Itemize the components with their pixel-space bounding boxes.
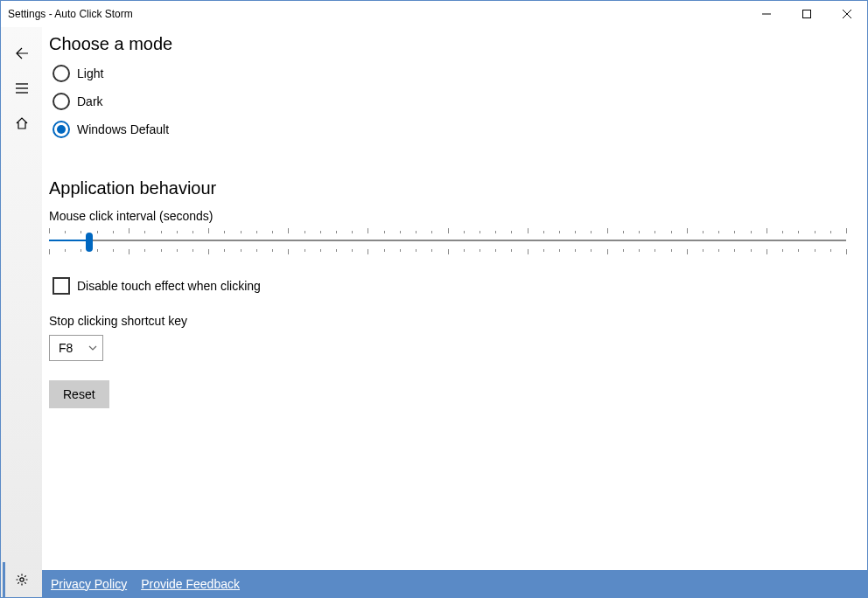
svg-point-7 bbox=[19, 578, 23, 581]
interval-slider[interactable] bbox=[49, 226, 846, 256]
slider-thumb[interactable] bbox=[86, 233, 93, 252]
behaviour-section-title: Application behaviour bbox=[49, 178, 846, 198]
shortcut-label: Stop clicking shortcut key bbox=[49, 314, 846, 328]
sidebar bbox=[1, 27, 42, 597]
hamburger-icon bbox=[15, 81, 29, 95]
maximize-icon bbox=[802, 10, 811, 18]
interval-label: Mouse click interval (seconds) bbox=[49, 209, 846, 223]
footer: Privacy Policy Provide Feedback bbox=[42, 570, 867, 597]
gear-icon bbox=[15, 573, 29, 587]
privacy-link[interactable]: Privacy Policy bbox=[51, 577, 127, 591]
chevron-down-icon bbox=[88, 344, 97, 352]
combo-value: F8 bbox=[59, 341, 73, 355]
settings-button[interactable] bbox=[3, 562, 38, 597]
titlebar: Settings - Auto Click Storm bbox=[1, 1, 867, 27]
radio-dark[interactable]: Dark bbox=[52, 87, 846, 115]
svg-rect-1 bbox=[803, 10, 811, 18]
back-button[interactable] bbox=[4, 36, 39, 71]
svg-line-2 bbox=[843, 10, 851, 18]
reset-button[interactable]: Reset bbox=[49, 380, 109, 408]
window-controls bbox=[746, 1, 867, 27]
radio-label: Dark bbox=[77, 94, 103, 108]
slider-fill bbox=[49, 240, 89, 241]
minimize-icon bbox=[762, 10, 771, 18]
radio-windows-default[interactable]: Windows Default bbox=[52, 115, 846, 143]
window-title: Settings - Auto Click Storm bbox=[8, 8, 746, 20]
checkbox-icon bbox=[52, 277, 70, 295]
back-arrow-icon bbox=[15, 46, 29, 60]
reset-label: Reset bbox=[63, 387, 95, 401]
close-icon bbox=[843, 10, 851, 18]
minimize-button[interactable] bbox=[746, 1, 787, 27]
mode-section-title: Choose a mode bbox=[49, 34, 846, 54]
radio-label: Light bbox=[77, 66, 103, 80]
radio-icon bbox=[52, 65, 70, 82]
svg-line-3 bbox=[843, 10, 851, 18]
slider-track bbox=[49, 240, 846, 241]
feedback-link[interactable]: Provide Feedback bbox=[141, 577, 240, 591]
shortcut-combo[interactable]: F8 bbox=[49, 335, 103, 361]
radio-label: Windows Default bbox=[77, 122, 169, 136]
home-icon bbox=[15, 116, 29, 130]
menu-button[interactable] bbox=[4, 71, 39, 106]
close-button[interactable] bbox=[827, 1, 867, 27]
main: Choose a mode Light Dark Windows Default… bbox=[42, 27, 867, 597]
disable-touch-checkbox[interactable]: Disable touch effect when clicking bbox=[52, 277, 846, 295]
home-button[interactable] bbox=[4, 106, 39, 141]
radio-icon bbox=[52, 121, 70, 138]
checkbox-label: Disable touch effect when clicking bbox=[77, 279, 261, 293]
content-area: Choose a mode Light Dark Windows Default… bbox=[42, 27, 867, 570]
maximize-button[interactable] bbox=[787, 1, 827, 27]
radio-light[interactable]: Light bbox=[52, 59, 846, 87]
radio-icon bbox=[52, 93, 70, 110]
